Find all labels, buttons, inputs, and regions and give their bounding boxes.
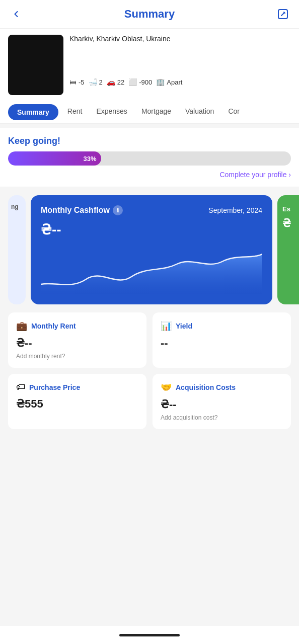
side-card-label: Es — [282, 205, 299, 213]
cashflow-value: ₴-- — [41, 221, 262, 238]
left-partial-card: ng — [8, 195, 26, 304]
tab-expenses[interactable]: Expenses — [89, 101, 134, 123]
purchase-price-header: 🏷 Purchase Price — [16, 382, 138, 392]
stat-beds: 🛏 -5 — [69, 78, 85, 86]
acquisition-costs-title: Acquisition Costs — [176, 383, 236, 391]
property-image — [8, 35, 63, 95]
header: Summary — [0, 0, 299, 29]
stat-size: ⬜ -900 — [128, 78, 152, 86]
purchase-price-title: Purchase Price — [29, 383, 80, 391]
info-icon: ℹ — [113, 205, 123, 215]
car-icon: 🚗 — [107, 78, 115, 86]
monthly-rent-sub: Add monthly rent? — [16, 353, 138, 360]
property-details: Kharkiv, Kharkiv Oblast, Ukraine 🛏 -5 🛁 … — [69, 35, 291, 86]
tab-valuation[interactable]: Valuation — [178, 101, 221, 123]
stat-cars-value: 22 — [117, 78, 124, 86]
stat-size-value: -900 — [139, 78, 152, 86]
stat-baths-value: 2 — [99, 78, 103, 86]
stat-baths: 🛁 2 — [89, 78, 103, 86]
tab-rent[interactable]: Rent — [60, 101, 90, 123]
monthly-rent-icon: 💼 — [16, 320, 27, 332]
yield-title: Yield — [176, 322, 192, 330]
tab-mortgage[interactable]: Mortgage — [134, 101, 178, 123]
purchase-price-card: 🏷 Purchase Price ₴555 — [8, 374, 146, 429]
bath-icon: 🛁 — [89, 78, 97, 86]
edit-button[interactable] — [275, 6, 291, 22]
stat-type-value: Apart — [167, 78, 182, 86]
yield-value: -- — [161, 337, 283, 350]
property-location: Kharkiv, Kharkiv Oblast, Ukraine — [69, 35, 291, 43]
acquisition-costs-card: 🤝 Acquisition Costs ₴-- Add acquisition … — [153, 374, 291, 429]
page-title: Summary — [124, 8, 175, 21]
back-button[interactable] — [8, 6, 24, 22]
stat-beds-value: -5 — [79, 78, 85, 86]
purchase-price-icon: 🏷 — [16, 382, 25, 392]
progress-bar-fill: 33% — [8, 151, 101, 166]
type-icon: 🏢 — [156, 78, 165, 86]
home-indicator — [119, 634, 180, 636]
cashflow-date: September, 2024 — [208, 206, 262, 214]
cashflow-chart — [41, 244, 262, 294]
size-icon: ⬜ — [128, 78, 137, 86]
purchase-price-value: ₴555 — [16, 397, 138, 411]
progress-percent-label: 33% — [83, 155, 96, 163]
left-card-label: ng — [11, 203, 19, 210]
monthly-rent-title: Monthly Rent — [31, 322, 76, 330]
cashflow-header: Monthly Cashflow ℹ September, 2024 — [41, 205, 262, 215]
yield-header: 📊 Yield — [161, 320, 283, 332]
side-card: Es ₴ — [277, 195, 299, 304]
keep-going-heading: Keep going! — [8, 136, 291, 146]
complete-profile-link[interactable]: Complete your profile › — [8, 171, 291, 179]
yield-card: 📊 Yield -- — [153, 312, 291, 368]
property-section: Kharkiv, Kharkiv Oblast, Ukraine 🛏 -5 🛁 … — [0, 29, 299, 101]
acquisition-costs-sub: Add acquisition cost? — [161, 414, 283, 421]
info-cards-grid: 💼 Monthly Rent ₴-- Add monthly rent? 📊 Y… — [0, 312, 299, 437]
monthly-rent-value: ₴-- — [16, 337, 138, 350]
monthly-rent-card: 💼 Monthly Rent ₴-- Add monthly rent? — [8, 312, 146, 368]
stat-cars: 🚗 22 — [107, 78, 124, 86]
tab-summary[interactable]: Summary — [8, 104, 58, 120]
monthly-rent-header: 💼 Monthly Rent — [16, 320, 138, 332]
progress-bar-background: 33% — [8, 151, 291, 166]
cashflow-title: Monthly Cashflow ℹ — [41, 205, 123, 215]
bottom-bar — [0, 626, 299, 644]
bed-icon: 🛏 — [69, 78, 77, 86]
stat-type: 🏢 Apart — [156, 78, 182, 86]
side-card-value: ₴ — [282, 217, 299, 230]
property-stats: 🛏 -5 🛁 2 🚗 22 ⬜ -900 🏢 Apart — [69, 78, 291, 86]
cashflow-title-text: Monthly Cashflow — [41, 206, 110, 215]
cards-scroll-area: ng Monthly Cashflow ℹ September, 2024 ₴-… — [0, 187, 299, 312]
progress-section: Keep going! 33% Complete your profile › — [0, 128, 299, 187]
acquisition-costs-header: 🤝 Acquisition Costs — [161, 382, 283, 393]
acquisition-costs-icon: 🤝 — [161, 382, 172, 393]
tabs-bar: Summary Rent Expenses Mortgage Valuation… — [0, 101, 299, 124]
yield-icon: 📊 — [161, 320, 172, 332]
tab-cor[interactable]: Cor — [221, 101, 247, 123]
cashflow-card: Monthly Cashflow ℹ September, 2024 ₴-- — [31, 195, 272, 304]
acquisition-costs-value: ₴-- — [161, 398, 283, 411]
